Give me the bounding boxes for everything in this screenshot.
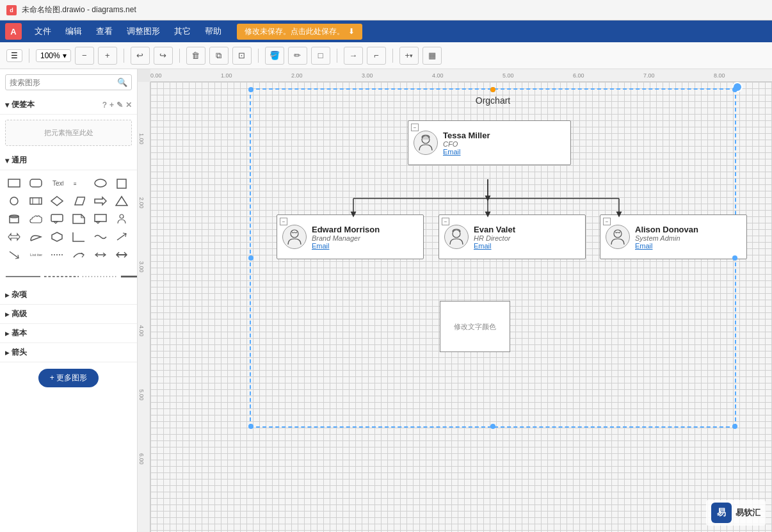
- shape-fat-arrow[interactable]: [113, 247, 131, 262]
- shape-callout[interactable]: [48, 211, 66, 227]
- diagram-container[interactable]: Orgchart: [250, 88, 736, 428]
- shape-dotted-connector[interactable]: [82, 269, 118, 284]
- redo-button[interactable]: ↪: [154, 47, 173, 65]
- insert-button[interactable]: + ▾: [399, 47, 419, 65]
- orange-resize-handle[interactable]: [490, 87, 495, 92]
- zoom-out-button[interactable]: −: [75, 47, 94, 65]
- canvas-area[interactable]: 0.00 1.00 2.00 3.00 4.00 5.00 6.00 7.00 …: [138, 69, 772, 532]
- handle-mid-left[interactable]: [248, 255, 253, 261]
- menu-file[interactable]: 文件: [28, 23, 58, 40]
- handle-bottom-left[interactable]: [248, 424, 253, 429]
- shape-button[interactable]: □: [311, 47, 330, 65]
- float-text-box[interactable]: 修改文字颜色: [440, 301, 510, 352]
- shape-double-arrow2[interactable]: [92, 247, 109, 262]
- shape-curved-arrow[interactable]: [70, 247, 88, 262]
- shape-triangle[interactable]: [113, 193, 131, 209]
- category-advanced[interactable]: ▸ 高级: [0, 305, 137, 324]
- shape-bold-arrow[interactable]: [120, 269, 138, 284]
- menu-adjust-shape[interactable]: 调整图形: [120, 23, 166, 40]
- shape-circle[interactable]: [5, 193, 23, 209]
- shape-rounded-rect[interactable]: [27, 175, 45, 191]
- shape-callout2[interactable]: [92, 211, 109, 227]
- separator-6: [392, 49, 393, 63]
- line-color-button[interactable]: ✏: [288, 47, 307, 65]
- shape-note[interactable]: ≡: [70, 175, 88, 191]
- add-icon[interactable]: +: [109, 101, 114, 109]
- handle-bottom-mid[interactable]: [490, 424, 495, 429]
- zoom-value: 100%: [40, 51, 60, 60]
- brand-mgr-email[interactable]: Email: [312, 242, 418, 250]
- shape-parallelogram[interactable]: [70, 193, 88, 209]
- table-button[interactable]: ▦: [422, 47, 442, 65]
- shape-diagonal-arrow2[interactable]: [5, 247, 23, 262]
- shape-arrow-right[interactable]: [92, 193, 109, 209]
- shape-cylinder[interactable]: [5, 211, 23, 227]
- brand-manager-node[interactable]: − Edward Morrison Brand Manager Email: [277, 214, 424, 259]
- shape-diagonal-arrow[interactable]: [113, 229, 131, 245]
- shape-text[interactable]: Text: [48, 175, 66, 191]
- delete-button[interactable]: 🗑: [186, 47, 205, 65]
- general-section-header[interactable]: ▾ 通用: [0, 151, 137, 170]
- handle-top-right[interactable]: [732, 87, 737, 92]
- cfo-email[interactable]: Email: [443, 148, 565, 156]
- shape-dashed-line[interactable]: [44, 269, 79, 284]
- connector-button[interactable]: →: [344, 47, 363, 65]
- shape-small-text[interactable]: List item: [27, 247, 45, 262]
- shape-rectangle[interactable]: [5, 175, 23, 191]
- menu-other[interactable]: 其它: [168, 23, 197, 40]
- shape-partial-rect[interactable]: [70, 229, 88, 245]
- save-button[interactable]: 修改未保存。点击此处保存。 ⬇: [237, 24, 362, 40]
- ruler-mark-7: 7.00: [643, 72, 655, 79]
- zoom-in-button[interactable]: +: [98, 47, 117, 65]
- category-misc[interactable]: ▸ 杂项: [0, 286, 137, 305]
- copy-icon: ⧉: [216, 51, 221, 61]
- hr-email[interactable]: Email: [474, 242, 580, 250]
- shape-half-circle[interactable]: [27, 229, 45, 245]
- shape-folded[interactable]: [70, 211, 88, 227]
- menu-edit[interactable]: 编辑: [59, 23, 88, 40]
- shape-square[interactable]: [113, 175, 131, 191]
- sys-admin-collapse-btn[interactable]: −: [603, 218, 611, 225]
- favorites-section-header[interactable]: ▾ 便签本 ? + ✎ ✕: [0, 95, 137, 115]
- hr-director-node[interactable]: − Evan Valet HR Director Email: [438, 214, 586, 259]
- fill-color-button[interactable]: 🪣: [265, 47, 284, 65]
- menu-help[interactable]: 帮助: [198, 23, 228, 40]
- category-arrows[interactable]: ▸ 箭头: [0, 343, 137, 362]
- shape-process[interactable]: [27, 193, 45, 209]
- ruler-mark-l4: 4.00: [138, 325, 145, 337]
- cfo-collapse-btn[interactable]: −: [411, 124, 419, 131]
- hr-collapse-btn[interactable]: −: [442, 218, 449, 225]
- cfo-node[interactable]: − Tessa Miller: [408, 120, 571, 165]
- brand-mgr-collapse-btn[interactable]: −: [280, 218, 287, 225]
- shape-diamond[interactable]: [48, 193, 66, 209]
- handle-bottom-right[interactable]: [732, 424, 737, 429]
- question-icon[interactable]: ?: [102, 101, 107, 109]
- shape-double-arrow[interactable]: [5, 229, 23, 245]
- canvas-content[interactable]: Orgchart: [150, 82, 772, 532]
- search-box[interactable]: 🔍: [5, 74, 132, 90]
- layout-toggle[interactable]: ☰: [6, 49, 22, 62]
- copy-button[interactable]: ⧉: [209, 47, 229, 65]
- menu-view[interactable]: 查看: [90, 23, 119, 40]
- category-basic[interactable]: ▸ 基本: [0, 324, 137, 343]
- shape-waved[interactable]: [92, 229, 109, 245]
- close-icon[interactable]: ✕: [125, 101, 132, 109]
- system-admin-node[interactable]: − Alison Donovan System Admin Email: [600, 214, 747, 259]
- shape-person[interactable]: [113, 211, 131, 227]
- edit-icon[interactable]: ✎: [117, 101, 123, 109]
- more-shapes-button[interactable]: + 更多图形: [38, 369, 99, 387]
- search-input[interactable]: [10, 78, 117, 87]
- cfo-info: Tessa Miller CFO Email: [443, 131, 565, 156]
- sys-admin-email[interactable]: Email: [635, 242, 741, 250]
- handle-mid-right[interactable]: [732, 255, 737, 261]
- shape-ellipse[interactable]: [92, 175, 109, 191]
- handle-top-left[interactable]: [248, 87, 253, 92]
- paste-button[interactable]: ⊡: [232, 47, 252, 65]
- shape-cloud[interactable]: [27, 211, 45, 227]
- shape-dotted-line[interactable]: [48, 247, 66, 262]
- shape-line[interactable]: [5, 269, 41, 284]
- waypoint-button[interactable]: ⌐: [367, 47, 386, 65]
- undo-button[interactable]: ↩: [131, 47, 150, 65]
- shape-hexagon[interactable]: [48, 229, 66, 245]
- zoom-selector[interactable]: 100% ▾: [36, 49, 71, 62]
